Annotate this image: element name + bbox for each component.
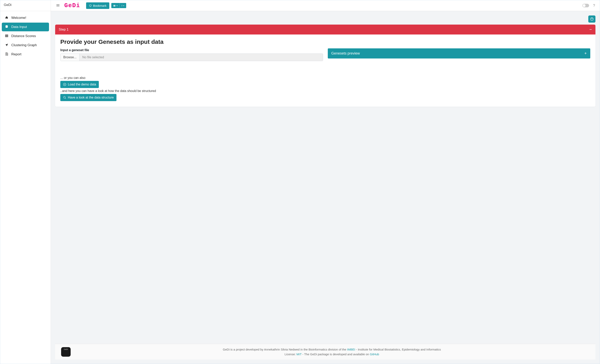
chevron-down-icon <box>123 4 124 7</box>
step-title: Provide your Genesets as input data <box>60 38 590 45</box>
file-icon <box>5 52 9 56</box>
mit-link[interactable]: MIT <box>296 353 302 356</box>
card-dropdown-button[interactable] <box>111 3 120 8</box>
sidebar-item-report[interactable]: Report <box>2 50 49 59</box>
topbar-right: ? <box>582 3 596 8</box>
footer-logo: GeDi <box>61 347 71 357</box>
step-panel-body: Provide your Genesets as input data Inpu… <box>55 35 595 107</box>
logo: GeDi <box>64 2 80 9</box>
step-header-label: Step 1 <box>59 27 68 32</box>
step-panel: Step 1 − Provide your Genesets as input … <box>55 25 595 107</box>
footer-line1-post: - Institute for Medical Biostatistics, E… <box>355 348 441 351</box>
genesets-preview-header[interactable]: Genesets preview + <box>328 48 591 58</box>
info-dropdown-button[interactable]: i <box>120 3 126 8</box>
sidebar-item-data-input[interactable]: Data Input <box>2 23 49 31</box>
expand-icon[interactable]: + <box>584 51 587 56</box>
data-structure-button[interactable]: Have a look at the data structure <box>60 94 116 101</box>
footer-text: GeDi is a project developed by Annekathr… <box>74 347 590 357</box>
app-name: GeDi <box>0 0 51 11</box>
sidebar-item-label: Data Input <box>11 25 27 29</box>
github-link[interactable]: GitHub <box>370 353 379 356</box>
sidebar-item-label: Welcome! <box>11 16 26 20</box>
help-icon[interactable]: ? <box>592 3 596 8</box>
footer-line2-pre: License: <box>284 353 296 356</box>
search-icon <box>63 96 66 99</box>
footer: GeDi GeDi is a project developed by Anne… <box>55 344 595 359</box>
imbei-link[interactable]: IMBEI <box>347 348 355 351</box>
step-panel-header[interactable]: Step 1 − <box>55 25 595 35</box>
topbar: GeDi Bookmark i ? <box>51 0 600 11</box>
home-icon <box>5 16 9 20</box>
chevron-down-icon <box>116 4 118 7</box>
help-fab-button[interactable] <box>588 16 595 23</box>
database-icon <box>5 25 9 29</box>
main-content: Step 1 − Provide your Genesets as input … <box>51 11 600 364</box>
browse-button[interactable]: Browse... <box>61 54 80 61</box>
card-icon <box>113 4 116 7</box>
genesets-preview-label: Genesets preview <box>331 51 360 55</box>
load-demo-label: Load the demo data <box>68 83 96 86</box>
geneset-file-input[interactable]: Browse... No file selected <box>60 54 323 61</box>
top-region: GeDi GeDi Bookmark i <box>0 0 600 11</box>
sidebar-item-label: Clustering Graph <box>11 43 37 47</box>
geneset-file-label: Input a geneset file <box>60 48 323 52</box>
data-structure-label: Have a look at the data structure <box>68 96 114 99</box>
sidebar-item-clustering-graph[interactable]: Clustering Graph <box>2 41 49 50</box>
collapse-icon[interactable]: − <box>589 27 592 32</box>
theme-toggle[interactable] <box>582 4 589 7</box>
sidebar-item-label: Report <box>11 52 21 56</box>
bookmark-label: Bookmark <box>93 4 107 7</box>
table-icon <box>5 34 9 38</box>
arrow-icon <box>5 43 9 47</box>
footer-line2-mid: - The GeDi package is developed and avai… <box>302 353 370 356</box>
question-circle-icon <box>590 17 594 21</box>
sidebar-item-distance-scores[interactable]: Distance Scores <box>2 32 49 40</box>
svg-point-5 <box>64 96 65 98</box>
structure-hint: ..and here you can have a look at how th… <box>60 89 323 93</box>
footer-line1-pre: GeDi is a project developed by Annekathr… <box>223 348 347 351</box>
load-demo-button[interactable]: Load the demo data <box>60 81 99 88</box>
info-icon: i <box>122 4 122 7</box>
or-hint: ... or you can also <box>60 76 323 80</box>
play-circle-icon <box>63 83 66 86</box>
info-button-group: i <box>111 3 126 8</box>
bookmark-button[interactable]: Bookmark <box>86 2 109 9</box>
sidebar-item-label: Distance Scores <box>11 34 36 38</box>
heart-icon <box>89 4 92 7</box>
sidebar-item-welcome[interactable]: Welcome! <box>2 13 49 22</box>
menu-toggle-icon[interactable] <box>54 3 62 9</box>
svg-rect-1 <box>113 5 115 6</box>
svg-rect-0 <box>113 5 115 6</box>
file-placeholder: No file selected <box>80 54 323 61</box>
sidebar: Welcome! Data Input Distance Scores Clus… <box>0 11 51 364</box>
